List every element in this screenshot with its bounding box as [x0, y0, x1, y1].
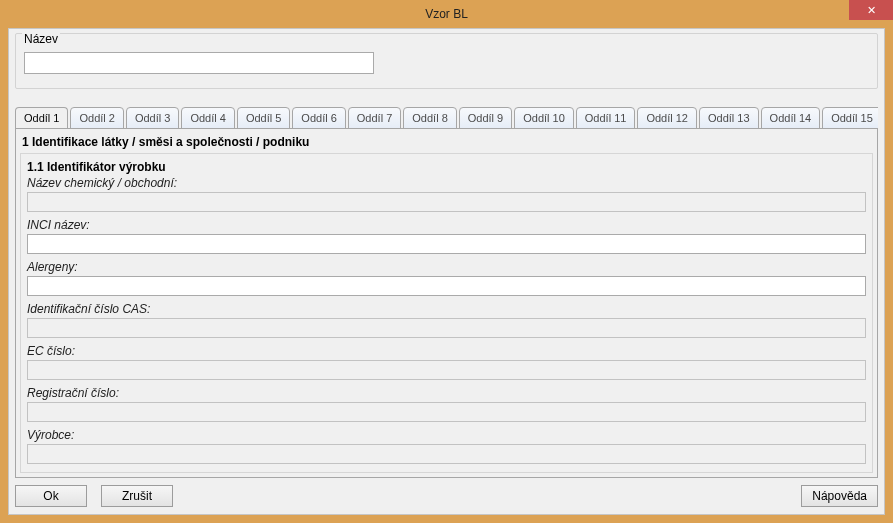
tab-oddil-8[interactable]: Oddíl 8 [403, 107, 456, 129]
tab-oddil-11[interactable]: Oddíl 11 [576, 107, 636, 129]
tab-oddil-7[interactable]: Oddíl 7 [348, 107, 401, 129]
name-label: Název [22, 32, 60, 46]
label-cas: Identifikační číslo CAS: [27, 302, 866, 316]
window: Vzor BL ✕ Název Oddíl 1 Oddíl 2 Oddíl 3 … [0, 0, 893, 523]
client-area: Název Oddíl 1 Oddíl 2 Oddíl 3 Oddíl 4 Od… [8, 28, 885, 515]
tab-oddil-3[interactable]: Oddíl 3 [126, 107, 179, 129]
help-button[interactable]: Nápověda [801, 485, 878, 507]
cancel-button[interactable]: Zrušit [101, 485, 173, 507]
name-input[interactable] [24, 52, 374, 74]
tab-body: 1 Identifikace látky / směsi a společnos… [15, 129, 878, 478]
name-group: Název [15, 33, 878, 89]
section-title: 1 Identifikace látky / směsi a společnos… [16, 129, 877, 151]
input-mfr[interactable] [27, 444, 866, 464]
subsection-1-1: 1.1 Identifikátor výrobku [27, 160, 866, 174]
close-icon: ✕ [867, 4, 876, 17]
tab-oddil-4[interactable]: Oddíl 4 [181, 107, 234, 129]
tab-oddil-1[interactable]: Oddíl 1 [15, 107, 68, 129]
window-title: Vzor BL [425, 7, 468, 21]
form-scroll[interactable]: 1.1 Identifikátor výrobku Název chemický… [20, 153, 873, 473]
tab-oddil-15[interactable]: Oddíl 15 [822, 107, 878, 129]
tab-oddil-2[interactable]: Oddíl 2 [70, 107, 123, 129]
footer: Ok Zrušit Nápověda [15, 484, 878, 508]
tab-oddil-13[interactable]: Oddíl 13 [699, 107, 759, 129]
close-button[interactable]: ✕ [849, 0, 893, 20]
tab-oddil-5[interactable]: Oddíl 5 [237, 107, 290, 129]
ok-button[interactable]: Ok [15, 485, 87, 507]
tab-oddil-6[interactable]: Oddíl 6 [292, 107, 345, 129]
tab-oddil-12[interactable]: Oddíl 12 [637, 107, 697, 129]
input-chem-name[interactable] [27, 192, 866, 212]
input-ec[interactable] [27, 360, 866, 380]
titlebar: Vzor BL ✕ [0, 0, 893, 28]
label-alergens: Alergeny: [27, 260, 866, 274]
label-mfr: Výrobce: [27, 428, 866, 442]
label-inci: INCI název: [27, 218, 866, 232]
tab-oddil-14[interactable]: Oddíl 14 [761, 107, 821, 129]
tabstrip: Oddíl 1 Oddíl 2 Oddíl 3 Oddíl 4 Oddíl 5 … [15, 105, 878, 129]
label-chem-name: Název chemický / obchodní: [27, 176, 866, 190]
input-alergens[interactable] [27, 276, 866, 296]
footer-left: Ok Zrušit [15, 485, 173, 507]
label-reg: Registrační číslo: [27, 386, 866, 400]
input-reg[interactable] [27, 402, 866, 422]
input-cas[interactable] [27, 318, 866, 338]
tab-oddil-9[interactable]: Oddíl 9 [459, 107, 512, 129]
input-inci[interactable] [27, 234, 866, 254]
tab-oddil-10[interactable]: Oddíl 10 [514, 107, 574, 129]
label-ec: EC číslo: [27, 344, 866, 358]
